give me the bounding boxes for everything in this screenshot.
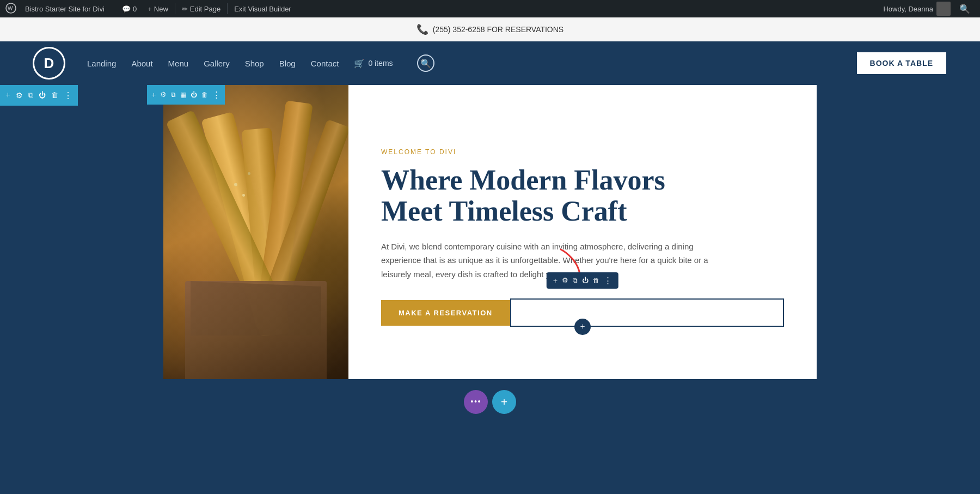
module-disable-icon[interactable]: ⏻ xyxy=(582,277,589,285)
cart-area[interactable]: 🛒 0 items xyxy=(354,58,393,69)
row-delete-icon[interactable]: 🗑 xyxy=(51,91,58,100)
section-add-icon[interactable]: + xyxy=(151,90,156,100)
teal-add-btn[interactable]: + xyxy=(492,390,516,414)
module-more-icon[interactable]: ⋮ xyxy=(604,276,612,285)
hero-heading-line1: Where Modern Flavors xyxy=(381,164,665,196)
site-header: D Landing About Menu Gallery Shop Blog C… xyxy=(0,41,980,85)
comments-count: 0 xyxy=(133,5,137,13)
edit-page-label: Edit Page xyxy=(190,5,220,13)
pencil-icon: ✏ xyxy=(182,5,188,13)
wp-logo-icon[interactable]: W xyxy=(5,3,16,15)
divider xyxy=(175,3,175,14)
nav-contact[interactable]: Contact xyxy=(311,59,339,68)
row-add-icon[interactable]: + xyxy=(5,90,10,100)
dots-icon: ••• xyxy=(470,397,481,407)
section-delete-icon[interactable]: 🗑 xyxy=(201,91,208,99)
row-more-icon[interactable]: ⋮ xyxy=(64,90,72,101)
admin-howdy: Howdy, Deanna xyxy=(879,2,955,16)
section-disable-icon[interactable]: ⏻ xyxy=(191,91,197,99)
bottom-builder-btns: ••• + xyxy=(33,379,947,425)
hero-text-column: WELCOME TO DIVI Where Modern Flavors Mee… xyxy=(348,85,817,379)
row-duplicate-icon[interactable]: ⧉ xyxy=(28,91,33,100)
admin-comments-btn[interactable]: 💬 0 xyxy=(118,5,141,13)
module-delete-icon[interactable]: 🗑 xyxy=(593,277,599,285)
user-avatar xyxy=(936,2,951,16)
hero-heading-line2: Meet Timeless Craft xyxy=(381,196,627,227)
admin-edit-page-btn[interactable]: ✏ Edit Page xyxy=(177,5,225,13)
site-nav: Landing About Menu Gallery Shop Blog Con… xyxy=(87,54,856,72)
contact-bar: 📞 (255) 352-6258 FOR RESERVATIONS xyxy=(0,17,980,41)
row-settings-icon[interactable]: ⚙ xyxy=(16,91,23,100)
purple-options-btn[interactable]: ••• xyxy=(464,390,488,414)
wp-admin-bar: W Bistro Starter Site for Divi 💬 0 + New… xyxy=(0,0,980,17)
cart-count: 0 items xyxy=(368,59,393,68)
hero-heading: Where Modern Flavors Meet Timeless Craft xyxy=(381,164,784,227)
nav-landing[interactable]: Landing xyxy=(87,59,116,68)
book-table-button[interactable]: BOOK A TABLE xyxy=(856,51,947,75)
add-module-btn[interactable]: + xyxy=(574,319,591,335)
section-more-icon[interactable]: ⋮ xyxy=(212,90,220,100)
food-image-column xyxy=(163,85,348,379)
divider2 xyxy=(227,3,228,14)
exit-visual-builder-btn[interactable]: Exit Visual Builder xyxy=(230,5,296,13)
hero-section-wrapper: + ⚙ ⧉ ▦ ⏻ 🗑 ⋮ xyxy=(147,85,833,379)
cta-row: MAKE A RESERVATION + ⚙ ⧉ ⏻ 🗑 ⋮ xyxy=(381,298,784,327)
row-disable-icon[interactable]: ⏻ xyxy=(39,91,46,100)
welcome-text: WELCOME TO DIVI xyxy=(381,148,784,156)
hero-section: WELCOME TO DIVI Where Modern Flavors Mee… xyxy=(163,85,817,379)
nav-gallery[interactable]: Gallery xyxy=(204,59,230,68)
nav-about[interactable]: About xyxy=(131,59,152,68)
section-grid-icon[interactable]: ▦ xyxy=(180,91,186,99)
section-duplicate-icon[interactable]: ⧉ xyxy=(171,91,176,99)
admin-search-icon[interactable]: 🔍 xyxy=(955,4,975,14)
phone-number: (255) 352-6258 FOR RESERVATIONS xyxy=(433,25,564,34)
header-search-btn[interactable]: 🔍 xyxy=(417,54,434,72)
section-settings-icon[interactable]: ⚙ xyxy=(160,90,167,99)
admin-site-name[interactable]: Bistro Starter Site for Divi xyxy=(21,5,109,13)
nav-blog[interactable]: Blog xyxy=(279,59,296,68)
howdy-text: Howdy, Deanna xyxy=(883,5,933,13)
module-add-icon[interactable]: + xyxy=(553,276,558,285)
module-toolbar: + ⚙ ⧉ ⏻ 🗑 ⋮ xyxy=(547,272,618,289)
site-logo[interactable]: D xyxy=(33,47,65,80)
admin-new-btn[interactable]: + New xyxy=(143,5,173,13)
module-duplicate-icon[interactable]: ⧉ xyxy=(573,277,578,285)
cta-secondary-area xyxy=(510,298,784,327)
row-outer-toolbar: + ⚙ ⧉ ⏻ 🗑 ⋮ xyxy=(0,85,78,106)
new-label: New xyxy=(154,5,168,13)
nav-shop[interactable]: Shop xyxy=(245,59,264,68)
phone-icon: 📞 xyxy=(416,23,428,35)
section-toolbar: + ⚙ ⧉ ▦ ⏻ 🗑 ⋮ xyxy=(147,85,225,105)
nav-menu[interactable]: Menu xyxy=(168,59,189,68)
module-settings-icon[interactable]: ⚙ xyxy=(562,276,568,285)
plus-icon: + xyxy=(148,5,152,13)
add-section-icon: + xyxy=(501,395,508,409)
svg-text:W: W xyxy=(8,5,13,11)
cart-icon: 🛒 xyxy=(354,58,365,69)
reservation-button[interactable]: MAKE A RESERVATION xyxy=(381,300,510,326)
comment-bubble-icon: 💬 xyxy=(122,5,131,13)
